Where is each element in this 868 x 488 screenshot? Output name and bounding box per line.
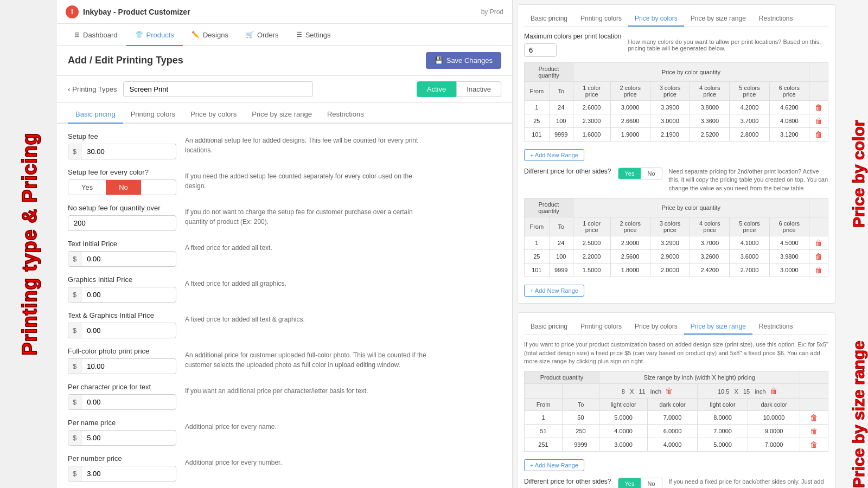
orders-icon: 🛒 <box>246 31 254 38</box>
breadcrumb-link[interactable]: ‹ Printing Types <box>68 85 117 93</box>
no-button[interactable]: No <box>106 180 141 195</box>
sub-tab-price-by-size-range[interactable]: Price by size range <box>244 110 320 124</box>
6-color-header-1: 6 colors price <box>769 82 809 101</box>
text-initial-input[interactable] <box>81 252 157 266</box>
dashboard-icon: ⊞ <box>74 31 80 38</box>
per-number-desc: Additional price for every number. <box>185 454 429 467</box>
diff-sides-toggle-1: Yes No <box>618 168 662 179</box>
diff-sides-no-2[interactable]: No <box>641 478 661 488</box>
graphics-initial-label: Graphics Initial Price <box>68 275 176 284</box>
text-graphics-input[interactable] <box>81 323 157 338</box>
nav-tab-orders[interactable]: 🛒 Orders <box>237 24 288 46</box>
nav-tab-settings[interactable]: ☰ Settings <box>288 24 340 46</box>
add-range-btn-2[interactable]: + Add New Range <box>524 285 584 297</box>
text-graphics-input-group: $ <box>68 323 176 338</box>
delete-row-btn[interactable]: 🗑 <box>813 130 825 139</box>
size-panel-tab-restrictions[interactable]: Restrictions <box>752 319 800 335</box>
right-panels: Price by color Price by size range Basic… <box>513 0 868 488</box>
delete-row-btn[interactable]: 🗑 <box>813 103 825 112</box>
add-range-btn-1[interactable]: + Add New Range <box>524 149 584 161</box>
color-panel-tab-price-by-colors[interactable]: Price by colors <box>628 11 684 27</box>
setup-fee-input[interactable] <box>81 144 157 159</box>
text-graphics-field: Text & Graphics Initial Price $ <box>68 311 176 338</box>
page-header: Add / Edit Printing Types 💾 Save Changes <box>57 46 512 76</box>
per-number-input[interactable] <box>81 466 157 481</box>
diff-sides-no-1[interactable]: No <box>641 168 661 179</box>
color-panel-tab-size-range[interactable]: Price by size range <box>684 11 752 27</box>
delete-row-btn[interactable]: 🗑 <box>813 252 825 261</box>
size-panel-tabs: Basic pricing Printing colors Price by c… <box>524 319 828 335</box>
size-panel-tab-basic[interactable]: Basic pricing <box>524 319 574 335</box>
nav-tab-designs[interactable]: ✏️ Designs <box>183 24 237 46</box>
per-name-input[interactable] <box>81 431 157 445</box>
2-color-header-1: 2 colors price <box>610 82 650 101</box>
delete-row-btn[interactable]: 🗑 <box>813 266 825 274</box>
nav-tab-dashboard-label: Dashboard <box>83 31 118 39</box>
size-panel-desc: If you want to price your product custom… <box>524 341 828 365</box>
yes-button[interactable]: Yes <box>68 180 106 195</box>
per-name-label: Per name price <box>68 419 176 427</box>
sub-tab-printing-colors[interactable]: Printing colors <box>123 110 183 124</box>
per-number-field: Per number price $ <box>68 454 176 481</box>
sub-tab-basic-pricing[interactable]: Basic pricing <box>68 110 123 124</box>
product-qty-header: Product quantity <box>525 63 573 82</box>
4-color-header-1: 4 colors price <box>690 82 730 101</box>
table-row: 2519999 3.00004.0000 5.00007.0000 🗑 <box>525 438 828 452</box>
save-button[interactable]: 💾 Save Changes <box>426 52 501 69</box>
nav-tab-products[interactable]: 👕 Products <box>126 24 183 46</box>
name-input[interactable] <box>123 81 313 97</box>
sub-tab-price-by-colors[interactable]: Price by colors <box>183 110 244 124</box>
table-row: 51250 4.00006.0000 7.00009.0000 🗑 <box>525 425 828 438</box>
dollar-prefix-7: $ <box>68 431 81 445</box>
delete-row-btn[interactable]: 🗑 <box>813 239 825 247</box>
delete-row-btn[interactable]: 🗑 <box>813 117 825 125</box>
status-inactive-button[interactable]: Inactive <box>456 81 501 97</box>
sub-tab-restrictions[interactable]: Restrictions <box>320 110 372 124</box>
per-char-input[interactable] <box>81 395 157 409</box>
no-setup-qty-input[interactable] <box>68 215 176 231</box>
text-initial-desc: A fixed price for added all text. <box>185 240 429 253</box>
color-panel-tab-printing-colors[interactable]: Printing colors <box>574 11 628 27</box>
size-panel-tab-size-range[interactable]: Price by size range <box>684 319 752 335</box>
setup-fee-color-desc: If you need the added setup fee counted … <box>185 168 429 191</box>
graphics-initial-input[interactable] <box>81 287 157 302</box>
table-row: 150 5.00007.0000 8.000010.0000 🗑 <box>525 411 828 425</box>
photo-price-desc: An additional price for customer uploade… <box>185 347 429 370</box>
photo-price-input[interactable] <box>81 359 157 374</box>
diff-sides-row-2: Different price for other sides? Yes No … <box>524 478 828 488</box>
1-color-header-1: 1 color price <box>573 82 610 101</box>
delete-size-col-btn-2[interactable]: 🗑 <box>768 387 780 395</box>
overlay-left-text: Printing type & Pricing <box>18 132 41 355</box>
nav-tab-dashboard[interactable]: ⊞ Dashboard <box>66 24 126 46</box>
diff-sides-yes-1[interactable]: Yes <box>618 168 641 179</box>
max-colors-title: Maximum colors per print location <box>524 33 621 40</box>
delete-size-row-btn[interactable]: 🗑 <box>808 440 820 449</box>
add-range-btn-size-1[interactable]: + Add New Range <box>524 459 584 471</box>
status-active-button[interactable]: Active <box>417 81 456 97</box>
color-panel-tab-restrictions[interactable]: Restrictions <box>752 11 800 27</box>
to-h2: To <box>549 217 573 236</box>
color-overlay-label: Price by color <box>850 0 868 228</box>
size-panel-tab-price-by-colors[interactable]: Price by colors <box>628 319 684 335</box>
text-initial-input-group: $ <box>68 251 176 267</box>
settings-icon: ☰ <box>296 31 302 38</box>
diff-sides-yes-2[interactable]: Yes <box>618 478 641 488</box>
per-number-label: Per number price <box>68 454 176 463</box>
color-panel-tabs: Basic pricing Printing colors Price by c… <box>524 11 828 27</box>
delete-size-row-btn[interactable]: 🗑 <box>808 413 820 422</box>
max-colors-input[interactable] <box>524 43 557 57</box>
nav-tab-orders-label: Orders <box>257 31 279 39</box>
size-panel-tab-printing-colors[interactable]: Printing colors <box>574 319 628 335</box>
graphics-initial-field: Graphics Initial Price $ <box>68 275 176 303</box>
color-panel-tab-basic[interactable]: Basic pricing <box>524 11 574 27</box>
form-row-text-graphics: Text & Graphics Initial Price $ A fixed … <box>68 311 501 338</box>
brand-name: Inkybay - Product Customizer <box>83 8 190 16</box>
table-row: 1019999 1.60001.90002.19002.52002.80003.… <box>525 128 828 142</box>
delete-size-row-btn[interactable]: 🗑 <box>808 427 820 435</box>
by-prod: by Prod <box>481 8 503 16</box>
nav-tab-settings-label: Settings <box>305 31 331 39</box>
diff-sides-row-1: Different price for other sides? Yes No … <box>524 168 828 192</box>
delete-size-col-btn[interactable]: 🗑 <box>663 387 675 395</box>
6c-h2: 6 colors price <box>769 217 809 236</box>
form-row-per-name: Per name price $ Additional price for ev… <box>68 419 501 446</box>
